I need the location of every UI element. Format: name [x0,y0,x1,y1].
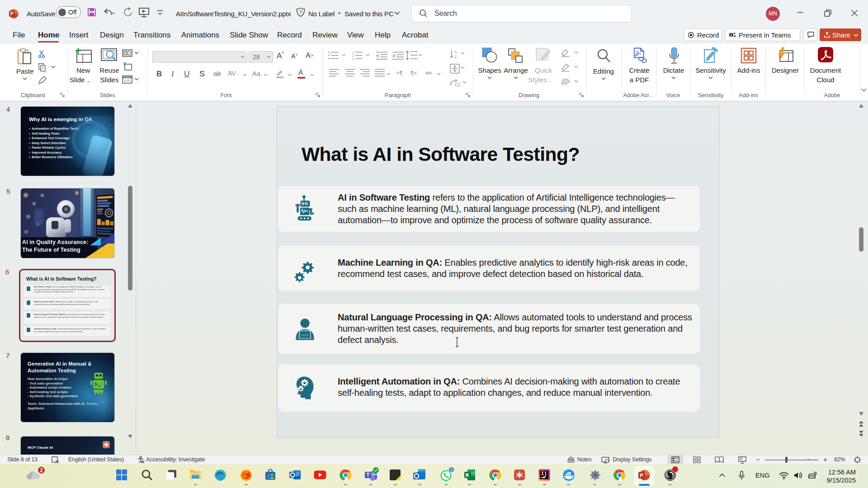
svg-text:</>: </> [302,333,308,337]
svg-text:?: ? [299,9,302,15]
svg-text:P: P [640,473,643,478]
svg-text:P: P [10,11,14,16]
svg-text:Z: Z [454,55,457,59]
svg-text:1: 1 [352,51,354,54]
svg-text:A: A [454,50,457,54]
svg-text:2: 2 [352,54,354,57]
svg-text:3: 3 [352,57,354,60]
svg-text:T: T [730,33,732,37]
